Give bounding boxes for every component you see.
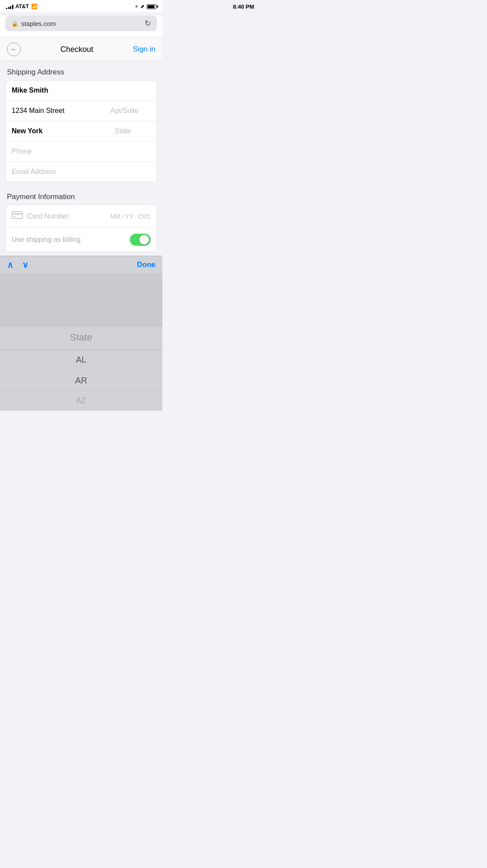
card-icon: [12, 211, 23, 221]
name-row: [6, 80, 157, 101]
picker-item-ar[interactable]: AR: [0, 370, 162, 391]
gray-spacer: [0, 273, 162, 325]
billing-label: Use shipping as billing: [12, 236, 81, 244]
back-button[interactable]: ←: [7, 42, 21, 56]
toggle-knob: [139, 235, 149, 244]
battery-icon: [147, 4, 156, 9]
shipping-form: [5, 80, 157, 182]
payment-section-label: Payment Information: [0, 186, 162, 205]
url-label: staples.com: [21, 20, 56, 27]
refresh-icon[interactable]: ↻: [145, 19, 151, 28]
card-number-placeholder: Card Number: [27, 212, 110, 220]
street-input[interactable]: [6, 101, 104, 121]
city-input[interactable]: [6, 121, 109, 141]
svg-rect-2: [13, 216, 16, 217]
svg-rect-1: [12, 213, 23, 215]
picker-item-al[interactable]: AL: [0, 350, 162, 370]
payment-form: Card Number MM / YY CVC Use shipping as …: [5, 205, 157, 252]
state-input[interactable]: [109, 121, 157, 141]
street-row: [6, 101, 157, 121]
shipping-section-label: Shipping Address: [0, 61, 162, 80]
card-number-row: Card Number MM / YY CVC: [6, 205, 157, 228]
state-picker[interactable]: State AL AR AZ: [0, 325, 162, 411]
picker-header: State: [0, 326, 162, 350]
status-right: ⌖ ⬈: [135, 3, 156, 10]
page-title: Checkout: [60, 45, 93, 54]
phone-row: [6, 141, 157, 162]
picker-items: AL AR AZ: [0, 350, 162, 411]
prev-field-button[interactable]: ∧: [7, 260, 13, 270]
back-icon: ←: [10, 45, 17, 53]
direction-icon: ⬈: [140, 3, 145, 10]
name-input[interactable]: [6, 80, 157, 100]
carrier-label: AT&T: [16, 3, 29, 10]
phone-input[interactable]: [6, 141, 157, 161]
card-right-labels: MM / YY CVC: [110, 213, 151, 220]
sign-in-button[interactable]: Sign in: [133, 45, 155, 54]
done-button[interactable]: Done: [137, 260, 156, 269]
nav-bar: ← Checkout Sign in: [0, 38, 162, 61]
status-left: AT&T 📶: [6, 3, 38, 10]
city-row: [6, 121, 157, 141]
mm-yy-label: MM / YY: [110, 213, 133, 220]
svg-rect-0: [12, 212, 23, 219]
email-input[interactable]: [6, 162, 157, 182]
next-field-button[interactable]: ∨: [22, 260, 29, 270]
billing-row: Use shipping as billing: [6, 228, 157, 252]
signal-icon: [6, 4, 13, 9]
email-row: [6, 162, 157, 182]
billing-toggle[interactable]: [130, 234, 151, 246]
wifi-icon: 📶: [31, 3, 38, 10]
address-bar[interactable]: 🔒 staples.com ↻: [5, 16, 157, 31]
keyboard-toolbar: ∧ ∨ Done: [0, 256, 162, 273]
lock-icon: 🔒: [11, 20, 18, 27]
picker-item-az[interactable]: AZ: [0, 391, 162, 411]
cvc-label: CVC: [138, 213, 151, 220]
status-bar: AT&T 📶 8:40 PM ⌖ ⬈: [0, 0, 162, 12]
location-icon: ⌖: [135, 3, 138, 10]
toolbar-arrows: ∧ ∨: [7, 260, 29, 270]
apt-input[interactable]: [104, 101, 157, 121]
